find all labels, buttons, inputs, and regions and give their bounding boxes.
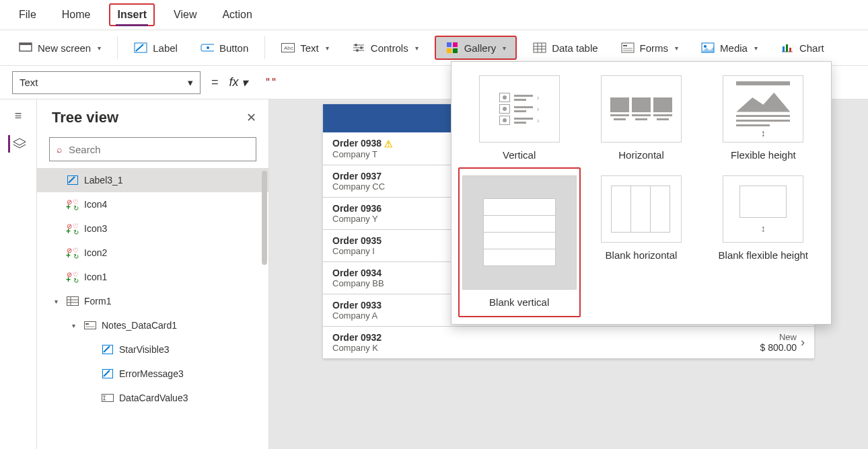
close-icon[interactable]: ✕	[246, 110, 256, 125]
search-box[interactable]: ⌕	[49, 137, 256, 161]
blank-flex-thumb: ↕	[723, 175, 803, 243]
svg-rect-18	[623, 50, 632, 51]
new-screen-button[interactable]: New screen ▾	[12, 37, 108, 58]
svg-point-4	[207, 46, 209, 49]
left-rail: ≡	[0, 99, 37, 449]
text-icon: Abc	[281, 41, 295, 54]
order-amount: $ 800.00	[760, 342, 797, 353]
resize-icon: ↕	[761, 128, 766, 138]
node-icon	[102, 392, 114, 404]
search-input[interactable]	[67, 143, 249, 156]
node-icon	[102, 343, 114, 356]
horizontal-thumb	[601, 75, 682, 142]
panel-title: Tree view	[52, 109, 118, 126]
controls-button[interactable]: Controls ▾	[345, 37, 425, 58]
vertical-thumb: › › ›	[479, 75, 560, 142]
forms-button[interactable]: Forms ▾	[614, 37, 686, 58]
controls-label: Controls	[371, 42, 408, 54]
charts-button[interactable]: Chart	[774, 37, 831, 58]
gallery-option-blank-flexible-height[interactable]: ↕ Blank flexible height	[706, 171, 820, 313]
gallery-option-blank-horizontal[interactable]: Blank horizontal	[584, 171, 698, 313]
menu-action[interactable]: Action	[215, 5, 258, 25]
gallery-icon	[445, 41, 459, 54]
media-label: Media	[720, 42, 748, 54]
table-icon	[533, 41, 546, 54]
order-company: Company Y	[332, 214, 382, 224]
menu-insert[interactable]: Insert	[109, 3, 155, 26]
order-company: Company CC	[332, 181, 385, 192]
forms-icon	[621, 41, 635, 54]
node-icon	[84, 319, 96, 331]
gallery-option-horizontal[interactable]: Horizontal	[584, 71, 698, 166]
gallery-option-flexible-height[interactable]: ↕ Flexible height	[706, 71, 820, 166]
button-button[interactable]: Button	[194, 37, 255, 58]
menu-home[interactable]: Home	[55, 5, 98, 25]
label-icon	[134, 41, 147, 54]
menu-file[interactable]: File	[12, 5, 43, 25]
order-title: Order 0932	[332, 332, 382, 343]
svg-rect-12	[447, 48, 451, 53]
hamburger-icon[interactable]: ≡	[15, 109, 22, 123]
chevron-down-icon: ▾	[242, 75, 248, 90]
svg-rect-25	[67, 297, 79, 306]
tree-list: Label3_1⊘♡+↻Icon4⊘♡+↻Icon3⊘♡+↻Icon2⊘♡+↻I…	[37, 168, 268, 449]
tree-item-label: Label3_1	[84, 175, 123, 186]
order-company: Company BB	[332, 278, 384, 288]
node-icon	[67, 295, 79, 307]
charts-label: Chart	[799, 42, 824, 54]
svg-rect-10	[447, 42, 451, 47]
menu-view[interactable]: View	[167, 5, 203, 25]
tree-item[interactable]: DataCardValue3	[37, 386, 268, 410]
chevron-down-icon: ▾	[503, 44, 506, 52]
ribbon: New screen ▾ Label Button Abc Text ▾ Con…	[0, 30, 868, 66]
twisty-icon[interactable]: ▾	[72, 322, 79, 329]
order-status: New	[760, 332, 797, 342]
tree-item[interactable]: ▾Form1	[37, 289, 268, 313]
menu-bar: File Home Insert View Action	[0, 0, 868, 30]
gallery-dropdown: › › › Vertical Horizontal	[451, 61, 832, 325]
gallery-option-blank-vertical[interactable]: Blank vertical	[462, 171, 577, 313]
order-title: Order 0934	[332, 268, 384, 278]
tree-item[interactable]: Label3_1	[37, 168, 268, 192]
gallery-label: Gallery	[464, 42, 497, 54]
node-icon	[102, 368, 114, 380]
fx-button[interactable]: fx▾	[229, 75, 248, 90]
node-icon	[67, 174, 79, 186]
property-dropdown[interactable]: Text ▾	[12, 71, 201, 94]
twisty-icon[interactable]: ▾	[55, 298, 61, 305]
chevron-down-icon: ▾	[188, 77, 193, 89]
list-item[interactable]: Order 0932Company KNew$ 800.00›	[323, 327, 814, 359]
scrollbar-thumb[interactable]	[262, 171, 267, 265]
warning-icon: ⚠	[382, 138, 393, 149]
gallery-option-label: Blank vertical	[489, 296, 549, 309]
tree-item-label: Icon1	[84, 272, 107, 282]
chevron-down-icon: ▾	[415, 44, 419, 52]
media-button[interactable]: Media ▾	[694, 37, 764, 58]
tree-item[interactable]: ErrorMessage3	[37, 362, 268, 386]
formula-value[interactable]: ""	[254, 77, 277, 89]
svg-text:Abc: Abc	[284, 45, 293, 51]
gallery-button[interactable]: Gallery ▾	[435, 36, 517, 60]
equals-label: =	[207, 75, 223, 89]
tree-item-label: Notes_DataCard1	[102, 320, 177, 331]
tree-item[interactable]: ▾Notes_DataCard1	[37, 313, 268, 337]
chevron-right-icon: ›	[801, 335, 805, 350]
gallery-option-label: Vertical	[503, 149, 536, 162]
tree-item[interactable]: ⊘♡+↻Icon2	[37, 241, 268, 265]
forms-label: Forms	[640, 42, 669, 54]
property-dropdown-value: Text	[20, 77, 38, 88]
tree-item[interactable]: ⊘♡+↻Icon1	[37, 265, 268, 289]
tree-item[interactable]: ⊘♡+↻Icon4	[37, 192, 268, 216]
svg-rect-22	[786, 44, 788, 52]
text-button[interactable]: Abc Text ▾	[275, 37, 336, 58]
order-title: Order 0933	[332, 300, 382, 311]
label-button[interactable]: Label	[127, 37, 184, 58]
screen-icon	[19, 41, 32, 54]
tree-item[interactable]: StarVisible3	[37, 337, 268, 362]
tree-view-rail-button[interactable]	[8, 135, 28, 153]
tree-item-label: Form1	[84, 296, 111, 307]
gallery-option-vertical[interactable]: › › › Vertical	[462, 71, 577, 166]
tree-item[interactable]: ⊘♡+↻Icon3	[37, 216, 268, 241]
node-icon: ⊘♡+↻	[67, 222, 79, 235]
data-table-button[interactable]: Data table	[526, 37, 604, 58]
